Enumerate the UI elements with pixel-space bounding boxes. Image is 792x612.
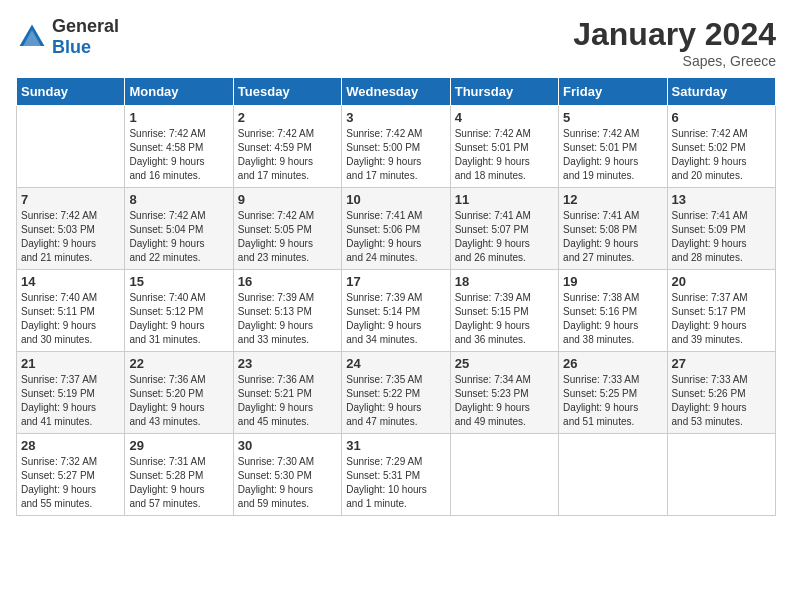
- day-number: 8: [129, 192, 228, 207]
- day-info: Sunrise: 7:37 AM Sunset: 5:17 PM Dayligh…: [672, 291, 771, 347]
- day-number: 28: [21, 438, 120, 453]
- calendar-cell: 24Sunrise: 7:35 AM Sunset: 5:22 PM Dayli…: [342, 352, 450, 434]
- calendar-cell: 4Sunrise: 7:42 AM Sunset: 5:01 PM Daylig…: [450, 106, 558, 188]
- logo-general: General: [52, 16, 119, 36]
- day-number: 14: [21, 274, 120, 289]
- day-number: 3: [346, 110, 445, 125]
- calendar-cell: 16Sunrise: 7:39 AM Sunset: 5:13 PM Dayli…: [233, 270, 341, 352]
- title-block: January 2024 Sapes, Greece: [573, 16, 776, 69]
- day-info: Sunrise: 7:38 AM Sunset: 5:16 PM Dayligh…: [563, 291, 662, 347]
- calendar-cell: 29Sunrise: 7:31 AM Sunset: 5:28 PM Dayli…: [125, 434, 233, 516]
- day-number: 4: [455, 110, 554, 125]
- day-info: Sunrise: 7:31 AM Sunset: 5:28 PM Dayligh…: [129, 455, 228, 511]
- day-number: 26: [563, 356, 662, 371]
- calendar-cell: 28Sunrise: 7:32 AM Sunset: 5:27 PM Dayli…: [17, 434, 125, 516]
- logo: General Blue: [16, 16, 119, 58]
- day-number: 5: [563, 110, 662, 125]
- day-number: 10: [346, 192, 445, 207]
- day-number: 27: [672, 356, 771, 371]
- calendar-cell: 10Sunrise: 7:41 AM Sunset: 5:06 PM Dayli…: [342, 188, 450, 270]
- day-info: Sunrise: 7:42 AM Sunset: 5:02 PM Dayligh…: [672, 127, 771, 183]
- calendar-cell: 30Sunrise: 7:30 AM Sunset: 5:30 PM Dayli…: [233, 434, 341, 516]
- calendar-week-4: 21Sunrise: 7:37 AM Sunset: 5:19 PM Dayli…: [17, 352, 776, 434]
- calendar-cell: 7Sunrise: 7:42 AM Sunset: 5:03 PM Daylig…: [17, 188, 125, 270]
- calendar-cell: 17Sunrise: 7:39 AM Sunset: 5:14 PM Dayli…: [342, 270, 450, 352]
- day-number: 22: [129, 356, 228, 371]
- calendar-cell: 22Sunrise: 7:36 AM Sunset: 5:20 PM Dayli…: [125, 352, 233, 434]
- location-title: Sapes, Greece: [573, 53, 776, 69]
- calendar-cell: 2Sunrise: 7:42 AM Sunset: 4:59 PM Daylig…: [233, 106, 341, 188]
- calendar-week-5: 28Sunrise: 7:32 AM Sunset: 5:27 PM Dayli…: [17, 434, 776, 516]
- column-header-tuesday: Tuesday: [233, 78, 341, 106]
- day-number: 6: [672, 110, 771, 125]
- day-info: Sunrise: 7:42 AM Sunset: 4:58 PM Dayligh…: [129, 127, 228, 183]
- column-header-monday: Monday: [125, 78, 233, 106]
- day-info: Sunrise: 7:42 AM Sunset: 5:00 PM Dayligh…: [346, 127, 445, 183]
- column-header-thursday: Thursday: [450, 78, 558, 106]
- day-info: Sunrise: 7:42 AM Sunset: 5:04 PM Dayligh…: [129, 209, 228, 265]
- calendar-header-row: SundayMondayTuesdayWednesdayThursdayFrid…: [17, 78, 776, 106]
- page-header: General Blue January 2024 Sapes, Greece: [16, 16, 776, 69]
- column-header-friday: Friday: [559, 78, 667, 106]
- day-number: 23: [238, 356, 337, 371]
- day-info: Sunrise: 7:33 AM Sunset: 5:26 PM Dayligh…: [672, 373, 771, 429]
- calendar-week-2: 7Sunrise: 7:42 AM Sunset: 5:03 PM Daylig…: [17, 188, 776, 270]
- calendar-cell: 14Sunrise: 7:40 AM Sunset: 5:11 PM Dayli…: [17, 270, 125, 352]
- calendar-table: SundayMondayTuesdayWednesdayThursdayFrid…: [16, 77, 776, 516]
- day-info: Sunrise: 7:32 AM Sunset: 5:27 PM Dayligh…: [21, 455, 120, 511]
- calendar-week-3: 14Sunrise: 7:40 AM Sunset: 5:11 PM Dayli…: [17, 270, 776, 352]
- calendar-cell: 8Sunrise: 7:42 AM Sunset: 5:04 PM Daylig…: [125, 188, 233, 270]
- day-number: 9: [238, 192, 337, 207]
- calendar-cell: 18Sunrise: 7:39 AM Sunset: 5:15 PM Dayli…: [450, 270, 558, 352]
- day-number: 18: [455, 274, 554, 289]
- day-number: 19: [563, 274, 662, 289]
- calendar-cell: 1Sunrise: 7:42 AM Sunset: 4:58 PM Daylig…: [125, 106, 233, 188]
- calendar-cell: 12Sunrise: 7:41 AM Sunset: 5:08 PM Dayli…: [559, 188, 667, 270]
- day-info: Sunrise: 7:33 AM Sunset: 5:25 PM Dayligh…: [563, 373, 662, 429]
- calendar-cell: 6Sunrise: 7:42 AM Sunset: 5:02 PM Daylig…: [667, 106, 775, 188]
- day-number: 16: [238, 274, 337, 289]
- calendar-cell: 27Sunrise: 7:33 AM Sunset: 5:26 PM Dayli…: [667, 352, 775, 434]
- calendar-cell: 13Sunrise: 7:41 AM Sunset: 5:09 PM Dayli…: [667, 188, 775, 270]
- day-info: Sunrise: 7:34 AM Sunset: 5:23 PM Dayligh…: [455, 373, 554, 429]
- day-info: Sunrise: 7:36 AM Sunset: 5:20 PM Dayligh…: [129, 373, 228, 429]
- day-info: Sunrise: 7:40 AM Sunset: 5:11 PM Dayligh…: [21, 291, 120, 347]
- day-info: Sunrise: 7:35 AM Sunset: 5:22 PM Dayligh…: [346, 373, 445, 429]
- day-info: Sunrise: 7:42 AM Sunset: 5:05 PM Dayligh…: [238, 209, 337, 265]
- calendar-cell: 5Sunrise: 7:42 AM Sunset: 5:01 PM Daylig…: [559, 106, 667, 188]
- calendar-cell: [667, 434, 775, 516]
- day-info: Sunrise: 7:39 AM Sunset: 5:15 PM Dayligh…: [455, 291, 554, 347]
- day-number: 21: [21, 356, 120, 371]
- calendar-cell: 21Sunrise: 7:37 AM Sunset: 5:19 PM Dayli…: [17, 352, 125, 434]
- calendar-cell: 9Sunrise: 7:42 AM Sunset: 5:05 PM Daylig…: [233, 188, 341, 270]
- calendar-body: 1Sunrise: 7:42 AM Sunset: 4:58 PM Daylig…: [17, 106, 776, 516]
- day-number: 17: [346, 274, 445, 289]
- calendar-cell: 11Sunrise: 7:41 AM Sunset: 5:07 PM Dayli…: [450, 188, 558, 270]
- day-info: Sunrise: 7:30 AM Sunset: 5:30 PM Dayligh…: [238, 455, 337, 511]
- day-number: 24: [346, 356, 445, 371]
- calendar-cell: 3Sunrise: 7:42 AM Sunset: 5:00 PM Daylig…: [342, 106, 450, 188]
- day-info: Sunrise: 7:41 AM Sunset: 5:08 PM Dayligh…: [563, 209, 662, 265]
- calendar-cell: 20Sunrise: 7:37 AM Sunset: 5:17 PM Dayli…: [667, 270, 775, 352]
- day-info: Sunrise: 7:36 AM Sunset: 5:21 PM Dayligh…: [238, 373, 337, 429]
- column-header-sunday: Sunday: [17, 78, 125, 106]
- day-number: 20: [672, 274, 771, 289]
- calendar-cell: 19Sunrise: 7:38 AM Sunset: 5:16 PM Dayli…: [559, 270, 667, 352]
- column-header-saturday: Saturday: [667, 78, 775, 106]
- day-info: Sunrise: 7:41 AM Sunset: 5:06 PM Dayligh…: [346, 209, 445, 265]
- day-info: Sunrise: 7:42 AM Sunset: 5:01 PM Dayligh…: [563, 127, 662, 183]
- calendar-cell: 23Sunrise: 7:36 AM Sunset: 5:21 PM Dayli…: [233, 352, 341, 434]
- logo-blue: Blue: [52, 37, 91, 57]
- day-info: Sunrise: 7:41 AM Sunset: 5:07 PM Dayligh…: [455, 209, 554, 265]
- day-info: Sunrise: 7:41 AM Sunset: 5:09 PM Dayligh…: [672, 209, 771, 265]
- day-number: 13: [672, 192, 771, 207]
- day-info: Sunrise: 7:39 AM Sunset: 5:14 PM Dayligh…: [346, 291, 445, 347]
- day-number: 31: [346, 438, 445, 453]
- calendar-cell: 26Sunrise: 7:33 AM Sunset: 5:25 PM Dayli…: [559, 352, 667, 434]
- column-header-wednesday: Wednesday: [342, 78, 450, 106]
- day-info: Sunrise: 7:42 AM Sunset: 5:03 PM Dayligh…: [21, 209, 120, 265]
- day-info: Sunrise: 7:42 AM Sunset: 5:01 PM Dayligh…: [455, 127, 554, 183]
- calendar-cell: [450, 434, 558, 516]
- calendar-cell: 25Sunrise: 7:34 AM Sunset: 5:23 PM Dayli…: [450, 352, 558, 434]
- day-info: Sunrise: 7:37 AM Sunset: 5:19 PM Dayligh…: [21, 373, 120, 429]
